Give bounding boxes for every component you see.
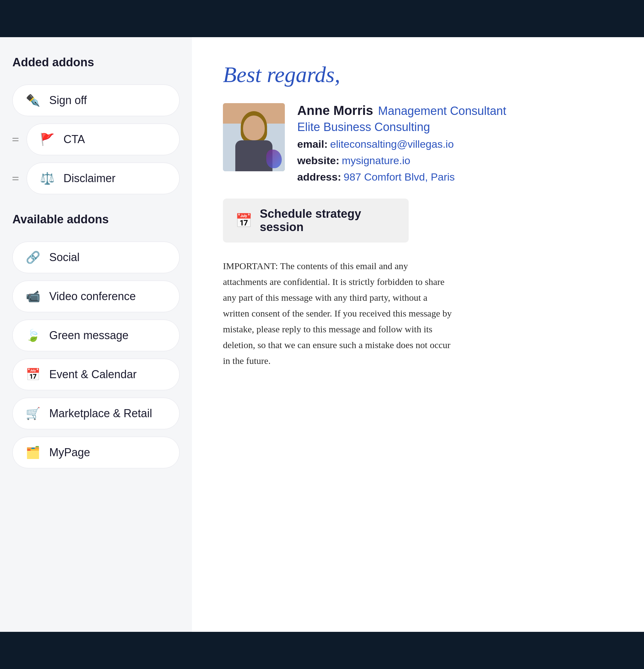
cta-icon: 🚩 (39, 132, 55, 146)
sig-address-value: 987 Comfort Blvd, Paris (344, 171, 455, 183)
cta-button[interactable]: 📅 Schedule strategy session (223, 199, 409, 242)
sig-name: Anne Morris (297, 103, 373, 118)
disclaimer-item[interactable]: ⚖️ Disclaimer (27, 162, 180, 194)
top-bar (0, 0, 644, 37)
video-conference-icon: 📹 (25, 289, 41, 303)
marketplace-retail-label: Marketplace & Retail (49, 407, 152, 420)
sig-title: Management Consultant (378, 104, 506, 117)
profile-photo (223, 103, 285, 171)
social-label: Social (49, 251, 80, 264)
main-area: Added addons ✒️ Sign off 🚩 CTA (0, 37, 644, 632)
signature-info: Anne Morris Management Consultant Elite … (297, 103, 613, 183)
green-message-label: Green message (49, 329, 128, 342)
cta-item[interactable]: 🚩 CTA (27, 124, 180, 155)
sig-email-label: email: (297, 138, 328, 150)
cta-wrapper: 🚩 CTA (12, 124, 180, 155)
disclaimer-drag-handle[interactable] (12, 177, 18, 180)
sig-address-row: address: 987 Comfort Blvd, Paris (297, 171, 613, 183)
available-addons-title: Available addons (12, 213, 180, 226)
event-calendar-label: Event & Calendar (49, 368, 137, 381)
mypage-label: MyPage (49, 446, 90, 459)
sig-email-link[interactable]: eliteconsalting@villegas.io (330, 138, 454, 150)
cta-calendar-icon: 📅 (235, 212, 252, 229)
cta-drag-handle[interactable] (12, 138, 18, 141)
disclaimer-wrapper: ⚖️ Disclaimer (12, 162, 180, 194)
social-icon: 🔗 (25, 251, 41, 264)
disclaimer-text: IMPORTANT: The contents of this email an… (223, 258, 452, 369)
event-calendar-item[interactable]: 📅 Event & Calendar (12, 359, 180, 390)
purple-accent (266, 150, 282, 168)
sig-website-link[interactable]: mysignature.io (342, 155, 410, 167)
added-addons-section: Added addons ✒️ Sign off 🚩 CTA (12, 56, 180, 194)
sign-off-wrapper: ✒️ Sign off (12, 85, 180, 116)
right-panel: Best regards, Anne Morris Management Con… (192, 37, 644, 632)
bottom-bar (0, 632, 644, 669)
cta-button-text: Schedule strategy session (260, 207, 396, 234)
sig-website-label: website: (297, 155, 339, 167)
video-conference-label: Video conference (49, 290, 136, 303)
sig-website-row: website: mysignature.io (297, 155, 613, 167)
sign-off-item[interactable]: ✒️ Sign off (12, 85, 180, 116)
name-title-row: Anne Morris Management Consultant (297, 103, 613, 118)
person-figure (223, 103, 285, 171)
sig-company: Elite Business Consulting (297, 120, 613, 134)
added-addons-title: Added addons (12, 56, 180, 69)
green-message-icon: 🍃 (25, 329, 41, 342)
sig-address-label: address: (297, 171, 341, 183)
social-item[interactable]: 🔗 Social (12, 242, 180, 273)
disclaimer-icon: ⚖️ (39, 172, 55, 185)
mypage-item[interactable]: 🗂️ MyPage (12, 437, 180, 468)
head-shape (243, 115, 265, 140)
sign-off-label: Sign off (49, 94, 87, 107)
event-calendar-icon: 📅 (25, 368, 41, 381)
sign-off-icon: ✒️ (25, 94, 41, 107)
mypage-icon: 🗂️ (25, 446, 41, 459)
marketplace-retail-item[interactable]: 🛒 Marketplace & Retail (12, 398, 180, 429)
left-panel: Added addons ✒️ Sign off 🚩 CTA (0, 37, 192, 632)
greeting-text: Best regards, (223, 62, 613, 88)
available-addons-section: Available addons 🔗 Social 📹 Video confer… (12, 213, 180, 468)
sig-email-row: email: eliteconsalting@villegas.io (297, 138, 613, 150)
marketplace-retail-icon: 🛒 (25, 407, 41, 420)
disclaimer-label: Disclaimer (63, 172, 115, 185)
green-message-item[interactable]: 🍃 Green message (12, 319, 180, 351)
cta-label: CTA (63, 133, 85, 146)
signature-card: Anne Morris Management Consultant Elite … (223, 103, 613, 183)
video-conference-item[interactable]: 📹 Video conference (12, 281, 180, 312)
